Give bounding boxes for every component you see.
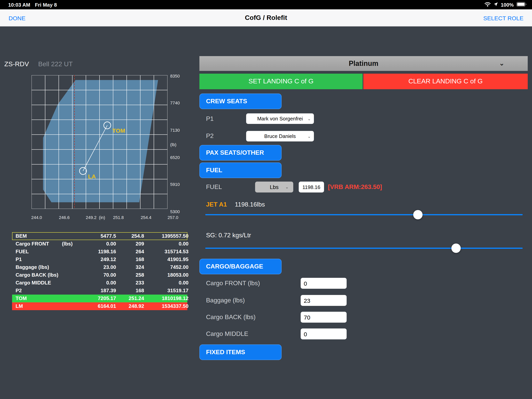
row-name: LM	[16, 302, 62, 310]
row-arm: 168	[116, 287, 144, 295]
baggage-label: Baggage (lbs)	[206, 297, 245, 304]
cg-envelope-chart: TOMLA	[32, 75, 167, 209]
table-row-lm: LM 6164.01 248.92 1534337.50	[12, 302, 187, 310]
row-moment: 1810198.12	[144, 295, 191, 302]
row-weight: 23.00	[85, 264, 116, 271]
fuel-amount-input[interactable]	[299, 182, 324, 193]
status-date: Fri May 8	[35, 2, 57, 8]
row-name: P1	[16, 256, 62, 264]
p2-label: P2	[206, 133, 214, 140]
select-role-button[interactable]: SELECT ROLE	[483, 9, 523, 26]
row-unit	[62, 232, 85, 240]
status-bar: 10:03 AM Fri May 8 100%	[0, 0, 532, 9]
fixed-items-button[interactable]: FIXED ITEMS	[199, 344, 282, 360]
chevron-down-icon: ⌄	[307, 116, 311, 121]
row-unit	[62, 271, 85, 279]
row-name: Baggage (lbs)	[16, 264, 62, 271]
chevron-down-icon: ⌄	[307, 134, 311, 138]
fuel-unit-value: Lbs	[270, 184, 279, 190]
fuel-section-button[interactable]: FUEL	[199, 162, 282, 178]
fuel-slider[interactable]	[205, 210, 523, 219]
row-moment: 18053.00	[144, 271, 191, 279]
fuel-slider-thumb[interactable]	[413, 210, 423, 219]
row-moment: 1395557.50	[144, 232, 191, 240]
row-unit	[62, 287, 85, 295]
role-selector[interactable]: Platinum ⌄	[199, 56, 528, 71]
y-tick-5: 5300	[170, 209, 180, 214]
row-weight: 70.00	[85, 271, 116, 279]
fuel-unit-select[interactable]: Lbs ⌄	[255, 182, 293, 193]
table-row-bem: BEM 5477.5 254.8 1395557.50	[12, 232, 187, 240]
chevron-down-icon: ⌄	[285, 185, 289, 189]
set-landing-button[interactable]: SET LANDING C of G	[199, 74, 363, 89]
row-name: FUEL	[16, 248, 62, 256]
aircraft-registration: ZS-RDV	[4, 60, 29, 68]
row-arm: 233	[116, 279, 144, 287]
fuel-type-amount: 1198.16lbs	[235, 201, 265, 208]
table-row: Baggage (lbs) 23.00 324 7452.00	[12, 264, 187, 271]
cargo-back-label: Cargo BACK (lbs)	[206, 314, 255, 321]
app-root: 10:03 AM Fri May 8 100%	[0, 0, 532, 399]
pax-seats-button[interactable]: PAX SEATS/OTHER	[199, 145, 282, 161]
row-arm: 264	[116, 248, 144, 256]
row-weight: 0.00	[85, 279, 116, 287]
sg-slider[interactable]	[205, 244, 523, 253]
weights-table: BEM 5477.5 254.8 1395557.50 Cargo FRONT …	[12, 232, 187, 310]
row-name: Cargo BACK (lbs)	[16, 271, 62, 279]
row-unit	[62, 248, 85, 256]
x-axis-unit: (in)	[99, 215, 105, 220]
role-selector-value: Platinum	[349, 59, 378, 68]
x-tick-1: 246.6	[59, 215, 70, 220]
row-weight: 5477.5	[85, 232, 116, 240]
row-moment: 41901.95	[144, 256, 191, 264]
x-tick-5: 257.0	[167, 215, 178, 220]
y-tick-4: 5910	[170, 182, 180, 187]
p2-select[interactable]: Bruce Daniels ⌄	[246, 131, 314, 142]
fuel-slider-track[interactable]	[205, 214, 523, 215]
cargo-front-input[interactable]	[301, 278, 347, 289]
row-unit	[62, 295, 85, 302]
y-tick-0: 8350	[170, 74, 180, 78]
aircraft-model: Bell 222 UT	[38, 60, 73, 68]
location-icon	[494, 2, 498, 8]
x-tick-4: 254.4	[141, 215, 151, 220]
row-arm: 209	[116, 240, 144, 248]
crew-seats-button[interactable]: CREW SEATS	[199, 94, 282, 109]
cargo-back-input[interactable]	[301, 312, 347, 323]
svg-text:LA: LA	[88, 173, 96, 180]
sg-slider-track[interactable]	[205, 248, 523, 249]
row-weight: 7205.17	[85, 295, 116, 302]
cargo-middle-input[interactable]	[301, 328, 347, 339]
y-tick-3: 6520	[170, 155, 180, 160]
table-row: P1 249.12 168 41901.95	[12, 256, 187, 264]
row-name: TOM	[16, 295, 62, 302]
p1-select[interactable]: Mark von Sorgenfrei ⌄	[246, 113, 314, 124]
cargo-baggage-button[interactable]: CARGO/BAGGAGE	[199, 259, 282, 274]
x-tick-3: 251.8	[113, 215, 124, 220]
row-moment: 0.00	[144, 279, 191, 287]
table-row-tom: TOM 7205.17 251.24 1810198.12	[12, 295, 187, 302]
battery-icon	[516, 2, 526, 8]
clear-landing-button[interactable]: CLEAR LANDING C of G	[363, 74, 528, 89]
row-moment: 0.00	[144, 240, 191, 248]
row-moment: 31519.17	[144, 287, 191, 295]
row-name: P2	[16, 287, 62, 295]
y-tick-1: 7740	[170, 101, 180, 105]
row-arm: 168	[116, 256, 144, 264]
sg-slider-thumb[interactable]	[451, 244, 461, 253]
row-moment: 1534337.50	[144, 302, 191, 310]
battery-percent: 100%	[501, 2, 514, 8]
y-tick-2: 7130	[170, 128, 180, 133]
table-row: FUEL 1198.16 264 315714.53	[12, 248, 187, 256]
row-weight: 6164.01	[85, 302, 116, 310]
x-tick-0: 244.0	[31, 215, 42, 220]
wifi-icon	[484, 2, 491, 8]
svg-text:TOM: TOM	[112, 127, 125, 134]
table-row: Cargo FRONT (lbs) 0.00 209 0.00	[12, 240, 187, 248]
baggage-input[interactable]	[301, 295, 347, 306]
row-weight: 249.12	[85, 256, 116, 264]
p1-select-value: Mark von Sorgenfrei	[257, 116, 303, 122]
y-axis-unit: (lb)	[170, 142, 177, 147]
row-name: Cargo FRONT	[16, 240, 62, 248]
table-row: Cargo MIDDLE 0.00 233 0.00	[12, 279, 187, 287]
